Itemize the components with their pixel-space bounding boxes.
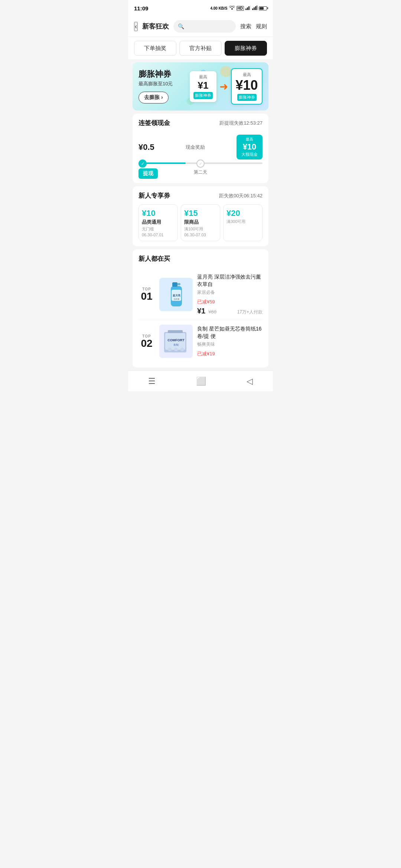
product-discount-2: 已减¥19 <box>197 351 263 357</box>
svg-text:洗衣液: 洗衣液 <box>173 298 179 300</box>
network-speed: 4.00 KB/S <box>210 6 227 10</box>
product-rank-2: TOP 02 <box>138 334 155 349</box>
svg-rect-1 <box>247 7 248 10</box>
new-coupon-2[interactable]: ¥15 限商品 满100可用 06.30-07.03 <box>181 204 220 241</box>
coupon-card-large[interactable]: 最高 ¥10 膨胀神券 <box>231 68 263 105</box>
max-label: 最高 <box>240 137 259 142</box>
coupon2-condition: 满100可用 <box>184 226 217 232</box>
big-cash-desc: 大额现金 <box>240 152 259 157</box>
tabs-row: 下单抽奖 官方补贴 膨胀神券 <box>128 37 273 59</box>
product-image-2: COMFORT 良制 <box>159 325 193 358</box>
max-cash-card: 最高 ¥10 大额现金 <box>237 135 263 160</box>
hd-badge: HD <box>237 6 244 11</box>
svg-rect-6 <box>255 6 256 10</box>
products-title: 新人都在买 <box>138 254 263 263</box>
reward-label: 现金奖励 <box>186 144 205 151</box>
nav-menu-icon[interactable]: ☰ <box>148 377 156 386</box>
svg-rect-3 <box>250 6 251 10</box>
coupon-section-header: 新人专享券 距失效00天06:15:42 <box>138 191 263 200</box>
page-title: 新客狂欢 <box>142 22 169 31</box>
withdraw-button[interactable]: 提现 <box>138 168 158 179</box>
svg-rect-7 <box>257 6 257 10</box>
coupon-large-label: 膨胀神券 <box>237 94 257 101</box>
product-sold-1: 17万+人付款 <box>237 309 263 315</box>
new-coupon-3[interactable]: ¥20 满300可用 <box>223 204 263 241</box>
search-button[interactable]: 搜索 <box>240 23 251 30</box>
coupon-card-small[interactable]: 最高 ¥1 膨胀神券 <box>190 71 216 102</box>
product-tag-1: 家居必备 <box>197 289 263 296</box>
product-tag-2: 畅爽美味 <box>197 341 263 348</box>
coupon1-condition: 无门槛 <box>142 226 175 232</box>
battery-fill <box>260 7 264 10</box>
product-info-1: 蓝月亮 深层洁净强效去污薰衣草自 家居必备 已减¥59 ¥1 ¥60 17万+人… <box>197 273 263 315</box>
coupon3-condition: 满300可用 <box>226 219 259 224</box>
tab-lottery[interactable]: 下单抽奖 <box>134 41 176 56</box>
search-icon: 🔍 <box>178 23 184 29</box>
svg-rect-9 <box>172 282 177 287</box>
coupon-small-amount: ¥1 <box>193 80 213 91</box>
svg-rect-21 <box>168 330 183 333</box>
product-tissue-svg: COMFORT 良制 <box>162 326 190 356</box>
svg-rect-5 <box>254 7 255 10</box>
svg-rect-4 <box>252 9 253 10</box>
wifi-icon <box>229 6 235 11</box>
svg-rect-13 <box>177 283 180 285</box>
coupon3-amount: ¥20 <box>226 208 259 218</box>
coupon2-type: 限商品 <box>184 219 217 226</box>
signal2-icon <box>252 6 257 11</box>
new-coupon-1[interactable]: ¥10 品类通用 无门槛 06.30-07.01 <box>138 204 178 241</box>
product-item-2[interactable]: TOP 02 COMFORT 良制 良制 星芒如昼无芯卷筒纸16卷/提 便 <box>138 320 263 362</box>
header: ‹ 新客狂欢 🔍 搜索 规则 <box>128 16 273 36</box>
coupon1-date: 06.30-07.01 <box>142 233 175 237</box>
big-cash-amount: ¥10 <box>240 142 259 152</box>
search-bar[interactable]: 🔍 <box>173 20 236 33</box>
progress-container: ¥0.5 现金奖励 最高 ¥10 大额现金 ✓ ✓ <box>138 132 263 178</box>
product-discount-1: 已减¥59 <box>197 299 263 305</box>
svg-text:良制: 良制 <box>173 343 179 346</box>
rules-button[interactable]: 规则 <box>256 23 267 30</box>
banner-left: 膨胀神券 最高膨胀至10元 去膨胀 › <box>138 69 185 103</box>
coupon-small-top-label: 最高 <box>193 74 213 80</box>
tab-coupon[interactable]: 膨胀神券 <box>225 41 267 56</box>
coupon2-date: 06.30-07.03 <box>184 233 217 237</box>
product-bottle-svg: 蓝月亮 洗衣液 <box>164 279 188 310</box>
current-amount: ¥0.5 <box>138 142 154 152</box>
product-price-row-1: ¥1 ¥60 17万+人付款 <box>197 307 263 315</box>
svg-text:COMFORT: COMFORT <box>167 338 185 342</box>
tab-subsidy[interactable]: 官方补贴 <box>179 41 222 56</box>
signal-icon <box>245 6 251 11</box>
coupon-small-label: 膨胀神券 <box>193 92 213 99</box>
status-icons: 4.00 KB/S HD <box>210 6 267 11</box>
coupon2-amount: ¥15 <box>184 208 217 218</box>
svg-rect-2 <box>248 6 250 10</box>
product-name-2: 良制 星芒如昼无芯卷筒纸16卷/提 便 <box>197 325 263 340</box>
products-section: 新人都在买 TOP 01 蓝月亮 洗衣液 蓝月亮 深层洁净强效去 <box>133 249 268 368</box>
nav-back-icon[interactable]: ◁ <box>247 377 253 386</box>
product-item-1[interactable]: TOP 01 蓝月亮 洗衣液 蓝月亮 深层洁净强效去污薰衣草自 家居必备 已 <box>138 269 263 320</box>
product-info-2: 良制 星芒如昼无芯卷筒纸16卷/提 便 畅爽美味 已减¥19 <box>197 325 263 357</box>
svg-point-18 <box>168 348 172 351</box>
coupon-section-title: 新人专享券 <box>138 191 170 200</box>
arrow-icon: ➜ <box>219 80 228 93</box>
product-original-1: ¥60 <box>208 309 216 315</box>
svg-rect-0 <box>245 9 247 10</box>
node-mid: ✓ <box>196 160 205 168</box>
nav-home-icon[interactable]: ⬜ <box>196 377 206 386</box>
coupon-row: ¥10 品类通用 无门槛 06.30-07.01 ¥15 限商品 满100可用 … <box>138 204 263 241</box>
coupon-large-top-label: 最高 <box>235 72 258 78</box>
expand-button[interactable]: 去膨胀 › <box>138 92 169 103</box>
status-bar: 11:09 4.00 KB/S HD <box>128 0 273 16</box>
product-image-1: 蓝月亮 洗衣液 <box>159 278 193 311</box>
banner-section: 膨胀神券 最高膨胀至10元 去膨胀 › 最高 ¥1 膨胀神券 ➜ 最高 ¥10 … <box>133 62 268 111</box>
product-price-1: ¥1 <box>197 307 205 315</box>
svg-point-19 <box>174 348 178 351</box>
consecutive-timer: 距提现失效12:53:27 <box>219 120 263 126</box>
withdraw-btn-area[interactable]: 提现 <box>138 168 158 179</box>
banner-title: 膨胀神券 <box>138 69 185 79</box>
status-time: 11:09 <box>134 5 148 11</box>
battery-icon <box>259 6 267 10</box>
svg-point-20 <box>180 348 184 351</box>
node-start: ✓ <box>138 160 147 168</box>
back-button[interactable]: ‹ <box>134 22 138 31</box>
coupon-section: 新人专享券 距失效00天06:15:42 ¥10 品类通用 无门槛 06.30-… <box>133 186 268 246</box>
